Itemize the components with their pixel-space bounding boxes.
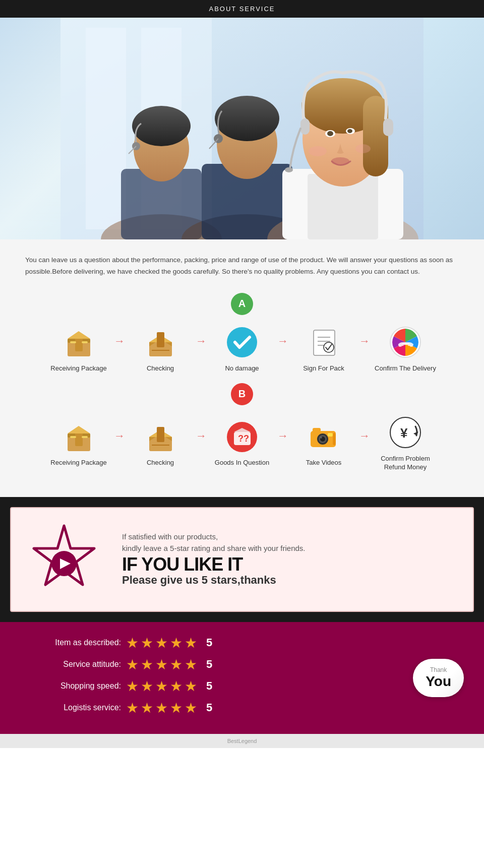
package-icon-a	[61, 325, 96, 360]
flow-item-nodamage: No damage	[209, 325, 275, 373]
thank-text: Thank	[426, 666, 451, 673]
svg-rect-69	[333, 433, 336, 445]
star-7: ★	[141, 656, 153, 673]
rating-section: If satisfied with our products, kindly l…	[0, 497, 484, 622]
stars-count-2: 5	[206, 658, 212, 671]
stars-icons-1: ★ ★ ★ ★ ★	[126, 635, 197, 651]
flow-row-a: Receiving Package → Checking →	[25, 325, 459, 373]
stars-row-3: Shopping speed: ★ ★ ★ ★ ★ 5	[20, 678, 403, 695]
stars-content: Item as described: ★ ★ ★ ★ ★ 5 Service a…	[20, 635, 464, 721]
svg-rect-19	[363, 96, 388, 176]
camera-icon	[306, 419, 341, 455]
svg-rect-28	[300, 118, 310, 135]
open-package-icon-b	[143, 419, 178, 455]
badge-b: B	[231, 383, 253, 405]
arrow-4b: →	[359, 429, 370, 458]
flow-label-refund: Confirm ProblemRefund Money	[381, 455, 430, 472]
flow-item-takevideo: Take Videos	[291, 419, 356, 467]
svg-rect-39	[157, 332, 164, 347]
rating-subtitle: If satisfied with our products,	[122, 532, 458, 541]
svg-rect-34	[70, 341, 76, 343]
arrow-4a: →	[359, 335, 370, 363]
svg-rect-68	[313, 428, 321, 432]
star-13: ★	[155, 678, 168, 695]
flow-item-confirmdelivery: Confirm The Delivery	[373, 325, 438, 373]
arrow-3b: →	[277, 429, 288, 458]
footer-text: BestLegend	[227, 738, 257, 744]
flow-label-receiving-b: Receiving Package	[50, 459, 106, 467]
stars-left: Item as described: ★ ★ ★ ★ ★ 5 Service a…	[20, 635, 403, 721]
flow-item-receiving-b: Receiving Package	[46, 419, 111, 467]
star-logo	[26, 521, 107, 598]
stars-label-1: Item as described:	[20, 638, 121, 647]
flow-label-confirmdelivery: Confirm The Delivery	[375, 364, 436, 373]
page-header: ABOUT SERVICE	[0, 0, 484, 18]
rating-title: IF YOU LIKE IT	[122, 555, 458, 574]
header-title: ABOUT SERVICE	[209, 5, 275, 13]
rating-text-area: If satisfied with our products, kindly l…	[122, 532, 458, 587]
stars-label-2: Service attitude:	[20, 660, 121, 669]
arrow-1a: →	[114, 335, 125, 363]
flow-label-goodsquestion: Goods In Question	[215, 459, 269, 467]
stars-icons-3: ★ ★ ★ ★ ★	[126, 678, 197, 695]
svg-point-7	[132, 106, 191, 146]
question-icon: ??	[224, 419, 260, 455]
flow-item-receiving-a: Receiving Package	[46, 325, 111, 373]
star-20: ★	[185, 700, 197, 716]
svg-point-23	[347, 129, 352, 133]
flow-label-checking-a: Checking	[147, 364, 174, 373]
arrow-1b: →	[114, 429, 125, 458]
star-5: ★	[185, 635, 197, 651]
arrow-3a: →	[277, 335, 288, 363]
flow-item-checking-b: Checking	[128, 419, 193, 467]
stars-row-2: Service attitude: ★ ★ ★ ★ ★ 5	[20, 656, 403, 673]
svg-point-26	[355, 144, 371, 153]
svg-marker-51	[68, 426, 90, 433]
star-4: ★	[170, 635, 183, 651]
stars-section: Item as described: ★ ★ ★ ★ ★ 5 Service a…	[0, 622, 484, 734]
svg-rect-67	[328, 433, 333, 437]
svg-text:??: ??	[238, 433, 249, 444]
svg-rect-35	[82, 341, 88, 343]
star-1: ★	[126, 635, 139, 651]
stars-row-4: Logistis service: ★ ★ ★ ★ ★ 5	[20, 700, 403, 716]
stars-label-4: Logistis service:	[20, 703, 121, 712]
star-17: ★	[141, 700, 153, 716]
svg-text:¥: ¥	[400, 425, 408, 441]
hero-svg	[60, 18, 424, 239]
refund-icon: ¥	[388, 415, 423, 451]
arrow-2b: →	[196, 429, 207, 458]
star-11: ★	[126, 678, 139, 695]
hero-image	[60, 18, 424, 239]
star-19: ★	[170, 700, 183, 716]
star-16: ★	[126, 700, 139, 716]
rating-tagline: Please give us 5 stars,thanks	[122, 574, 458, 587]
svg-rect-2	[86, 28, 126, 229]
star-14: ★	[170, 678, 183, 695]
svg-rect-27	[383, 118, 393, 136]
stars-count-3: 5	[206, 679, 212, 693]
star-18: ★	[155, 700, 168, 716]
flow-item-signforpack: Sign For Pack	[291, 325, 356, 373]
svg-point-12	[215, 96, 279, 141]
flow-row-b: Receiving Package → Checking →	[25, 415, 459, 472]
svg-point-66	[320, 437, 322, 439]
svg-point-24	[331, 157, 349, 165]
open-package-icon-a	[143, 325, 178, 360]
star-3: ★	[155, 635, 168, 651]
flow-item-goodsquestion: ?? Goods In Question	[209, 419, 275, 467]
stars-icons-2: ★ ★ ★ ★ ★	[126, 656, 197, 673]
rating-subtitle2: kindly leave a 5-star rating and share w…	[122, 544, 458, 552]
star-6: ★	[126, 656, 139, 673]
flow-label-checking-b: Checking	[147, 459, 174, 467]
handshake-icon	[388, 325, 423, 360]
star-10: ★	[185, 656, 197, 673]
stars-label-3: Shopping speed:	[20, 681, 121, 691]
thank-you-bubble: Thank You	[413, 659, 464, 697]
svg-point-29	[285, 167, 293, 172]
star-15: ★	[185, 678, 197, 695]
stars-row-1: Item as described: ★ ★ ★ ★ ★ 5	[20, 635, 403, 651]
star-12: ★	[141, 678, 153, 695]
sign-icon	[306, 325, 341, 360]
star-2: ★	[141, 635, 153, 651]
